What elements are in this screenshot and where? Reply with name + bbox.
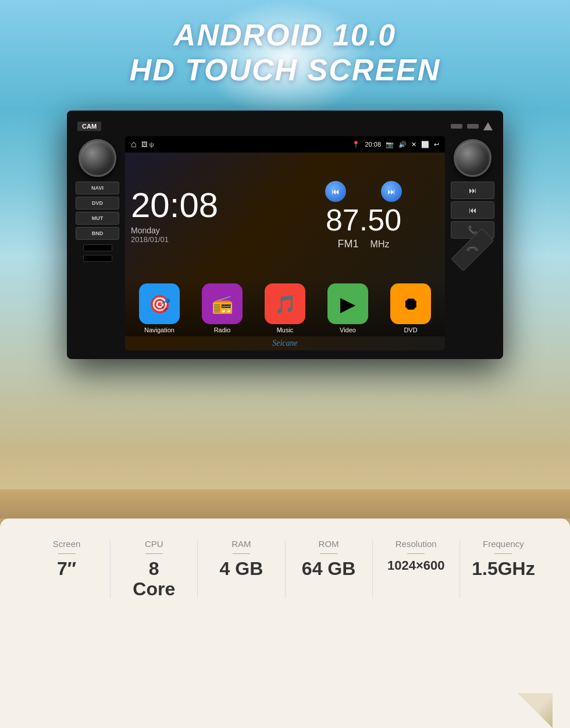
camera-icon: 📷 (386, 141, 394, 148)
dvd-button[interactable]: DVD (76, 197, 119, 209)
spec-ram-label: RAM (231, 539, 251, 549)
close-icon[interactable]: ✕ (411, 141, 416, 148)
slot-hole-2 (83, 255, 112, 262)
status-time: 20:08 (365, 141, 381, 148)
screen-content: 20:08 Monday 2018/01/01 ⏮ ⏭ 87.50 (125, 152, 445, 350)
header: ANDROID 10.0 HD TOUCH SCREEN (0, 17, 570, 87)
home-icon[interactable]: ⌂ (131, 139, 137, 150)
left-slots (83, 244, 112, 262)
video-label: Video (340, 326, 356, 333)
app-icons-row: 🎯 Navigation 📻 Radio 🎵 Music ▶ (125, 279, 445, 336)
spec-screen-value: 7″ (57, 559, 76, 579)
radio-app-icon: 📻 (202, 283, 243, 324)
spec-ram-value: 4 GB (220, 559, 263, 579)
dvd-label: DVD (404, 326, 417, 333)
specs-section: Screen 7″ CPU 8Core RAM 4 GB ROM 64 GB R… (0, 519, 570, 728)
spec-freq-value: 1.5GHz (472, 559, 535, 579)
radio-prev-button[interactable]: ⏮ (325, 181, 346, 202)
spec-res-divider (407, 553, 425, 554)
status-icons: 🖼 ψ (141, 141, 154, 148)
spec-screen-label: Screen (53, 539, 81, 549)
paper-curl (518, 693, 553, 728)
skip-forward-button[interactable]: ⏭ (451, 182, 494, 199)
specs-grid: Screen 7″ CPU 8Core RAM 4 GB ROM 64 GB R… (23, 539, 547, 599)
right-knob[interactable] (454, 139, 491, 177)
spec-freq-label: Frequency (483, 539, 524, 549)
music-label: Music (277, 326, 294, 333)
nav-app[interactable]: 🎯 Navigation (139, 283, 180, 333)
spec-screen: Screen 7″ (23, 539, 110, 579)
clock-time: 20:08 (131, 188, 282, 223)
clock-date: 2018/01/01 (131, 235, 282, 244)
radio-section: ⏮ ⏭ 87.50 FM1 MHz (288, 158, 439, 273)
top-triangle (483, 122, 493, 130)
spec-rom-divider (320, 553, 337, 554)
car-radio: CAM NAVI DVD MUT BND (67, 111, 503, 359)
clock-day: Monday (131, 226, 282, 235)
top-controls (451, 122, 493, 130)
right-panel: ⏭ ⏮ 📞 📞 (448, 136, 497, 350)
video-icon: ▶ (327, 283, 368, 324)
spec-cpu-label: CPU (145, 539, 163, 549)
watermark: Seicane (125, 336, 445, 350)
device-wrapper: CAM NAVI DVD MUT BND (67, 111, 503, 359)
screen: ⌂ 🖼 ψ 📍 20:08 📷 🔊 ✕ ⬜ ↩ (125, 136, 445, 350)
spec-frequency: Frequency 1.5GHz (460, 539, 547, 579)
back-icon[interactable]: ↩ (434, 141, 439, 148)
radio-band-row: FM1 MHz (338, 238, 390, 250)
radio-body: NAVI DVD MUT BND ⌂ 🖼 ψ (73, 136, 497, 350)
cam-label: CAM (77, 122, 101, 131)
spec-ram: RAM 4 GB (198, 539, 284, 579)
clock-section: 20:08 Monday 2018/01/01 (131, 158, 282, 273)
radio-app-label: Radio (214, 326, 231, 333)
radio-frequency: 87.50 (326, 205, 401, 235)
left-panel: NAVI DVD MUT BND (73, 136, 122, 350)
radio-unit: MHz (370, 239, 390, 250)
music-icon: 🎵 (265, 283, 305, 324)
radio-next-button[interactable]: ⏭ (381, 181, 402, 202)
spec-freq-divider (494, 553, 512, 554)
spec-ram-divider (233, 553, 250, 554)
spec-screen-divider (58, 553, 76, 554)
dvd-app[interactable]: ⏺ DVD (390, 283, 431, 333)
spec-cpu-value: 8Core (133, 559, 175, 599)
status-left: ⌂ 🖼 ψ (131, 139, 154, 150)
spec-resolution: Resolution 1024×600 (373, 539, 459, 573)
top-btn-1[interactable] (451, 124, 462, 129)
header-line2: HD TOUCH SCREEN (0, 52, 570, 87)
main-display: 20:08 Monday 2018/01/01 ⏮ ⏭ 87.50 (125, 152, 445, 279)
window-icon[interactable]: ⬜ (421, 141, 429, 148)
nav-icon: 🎯 (139, 283, 180, 324)
radio-band: FM1 (338, 238, 359, 250)
spec-cpu-divider (145, 553, 163, 554)
spec-res-value: 1024×600 (387, 559, 445, 573)
left-buttons: NAVI DVD MUT BND (76, 182, 119, 240)
skip-back-button[interactable]: ⏮ (451, 201, 494, 219)
left-knob[interactable] (79, 139, 116, 177)
spec-cpu: CPU 8Core (111, 539, 197, 599)
table-surface (0, 489, 570, 519)
video-app[interactable]: ▶ Video (327, 283, 368, 333)
volume-icon: 🔊 (398, 141, 407, 148)
navi-button[interactable]: NAVI (76, 182, 119, 194)
status-right: 📍 20:08 📷 🔊 ✕ ⬜ ↩ (352, 141, 439, 148)
spec-rom-value: 64 GB (302, 559, 355, 579)
status-bar: ⌂ 🖼 ψ 📍 20:08 📷 🔊 ✕ ⬜ ↩ (125, 136, 445, 152)
location-icon: 📍 (352, 141, 360, 148)
radio-controls: ⏮ ⏭ (325, 181, 402, 202)
right-buttons: ⏭ ⏮ 📞 📞 (451, 182, 494, 258)
nav-label: Navigation (144, 326, 174, 333)
spec-rom-label: ROM (319, 539, 339, 549)
dvd-icon: ⏺ (390, 283, 431, 324)
spec-rom: ROM 64 GB (286, 539, 372, 579)
spec-res-label: Resolution (396, 539, 437, 549)
music-app[interactable]: 🎵 Music (265, 283, 305, 333)
header-line1: ANDROID 10.0 (0, 17, 570, 52)
slot-hole-1 (83, 244, 112, 251)
bnd-button[interactable]: BND (76, 227, 119, 240)
radio-top-bar: CAM (73, 119, 497, 133)
radio-app[interactable]: 📻 Radio (202, 283, 243, 333)
top-btn-2[interactable] (467, 124, 479, 129)
mut-button[interactable]: MUT (76, 212, 119, 225)
